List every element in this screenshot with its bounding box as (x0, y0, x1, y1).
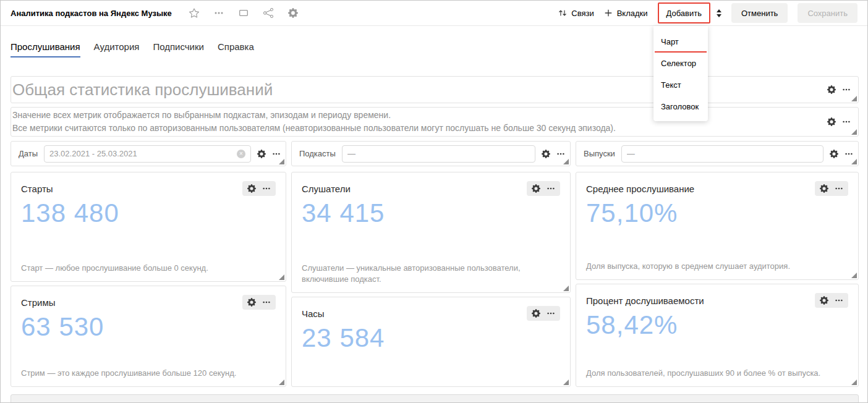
widget-actions (527, 306, 560, 321)
widget-gear-icon[interactable] (827, 85, 836, 94)
settings-gear-icon[interactable] (288, 8, 298, 18)
menu-item-title[interactable]: Заголовок (653, 96, 708, 117)
filter-dates-widget: Даты 23.02.2021 - 25.03.2021 × (11, 141, 286, 166)
resize-handle[interactable] (279, 274, 284, 280)
metric-card-completion: Процент дослушиваемости 58,42% Доля поль… (576, 284, 859, 387)
menu-item-chart[interactable]: Чарт (653, 31, 708, 53)
widget-actions (527, 181, 560, 196)
plus-icon (604, 9, 613, 17)
metric-card-streams: Стримы 63 530 Стрим — это каждое прослуш… (11, 286, 286, 387)
sort-arrows-icon (558, 9, 567, 17)
widget-menu-icon[interactable] (835, 296, 843, 305)
widget-menu-icon[interactable] (272, 150, 281, 158)
metric-title: Стримы (21, 295, 56, 308)
metric-description: Доля выпуска, которую в среднем слушает … (586, 261, 848, 272)
widget-gear-icon[interactable] (257, 150, 266, 158)
metric-value: 34 415 (302, 198, 560, 228)
resize-handle[interactable] (851, 273, 857, 278)
widget-gear-icon[interactable] (820, 296, 828, 305)
menu-item-selector-label: Селектор (661, 59, 696, 68)
favorite-star-icon[interactable] (189, 8, 199, 18)
filter-episodes-widget: Выпуски — (576, 141, 859, 166)
links-button[interactable]: Связи (558, 9, 594, 18)
metric-card-listeners: Слушатели 34 415 Слушатели — уникальные … (291, 172, 571, 293)
widget-menu-icon[interactable] (547, 309, 555, 318)
tab-listens[interactable]: Прослушивания (11, 41, 80, 57)
filter-podcasts-widget: Подкасты — (291, 141, 571, 166)
podcasts-select[interactable]: — (342, 145, 535, 163)
metric-value: 75,10% (586, 198, 848, 228)
widget-menu-icon[interactable] (262, 184, 271, 193)
caret-down-icon (717, 14, 721, 17)
widget-gear-icon[interactable] (247, 184, 256, 193)
tab-subscribers[interactable]: Подписчики (153, 41, 204, 57)
widget-actions (827, 117, 851, 126)
metric-description: Слушатели — уникальные авторизованные по… (302, 263, 560, 285)
widget-gear-icon[interactable] (532, 309, 540, 318)
caret-up-icon (717, 9, 721, 12)
resize-handle[interactable] (279, 380, 284, 385)
metric-value: 23 584 (302, 323, 560, 353)
widget-menu-icon[interactable] (547, 184, 555, 193)
podcasts-select-value: — (347, 149, 530, 158)
resize-handle[interactable] (851, 96, 857, 101)
metric-value: 138 480 (21, 198, 276, 228)
tab-help[interactable]: Справка (218, 41, 254, 57)
dashboard-title: Аналитика подкастов на Яндекс Музыке (11, 9, 172, 18)
widget-actions (242, 295, 276, 310)
save-button[interactable]: Сохранить (798, 3, 857, 23)
widget-actions (815, 181, 848, 196)
widget-actions (542, 150, 565, 158)
menu-item-text[interactable]: Текст (653, 74, 708, 96)
widget-actions (815, 293, 848, 308)
resize-handle[interactable] (851, 129, 857, 135)
widget-menu-icon[interactable] (845, 150, 853, 158)
tab-audience[interactable]: Аудитория (94, 41, 140, 57)
widget-menu-icon[interactable] (556, 150, 565, 158)
add-dropdown-toggle[interactable] (717, 9, 721, 17)
metric-title: Часы (302, 306, 325, 319)
widget-actions (257, 150, 281, 158)
widget-gear-icon[interactable] (247, 298, 256, 307)
clear-icon[interactable]: × (237, 150, 245, 158)
partial-widget (11, 394, 859, 403)
dashboard-editor: Аналитика подкастов на Яндекс Музыке Свя… (0, 0, 868, 403)
episodes-select[interactable]: — (621, 145, 823, 163)
menu-item-text-label: Текст (661, 80, 681, 90)
widget-gear-icon[interactable] (827, 117, 836, 126)
widget-gear-icon[interactable] (820, 184, 828, 193)
metric-card-starts: Старты 138 480 Старт — любое прослушиван… (11, 172, 286, 282)
metric-title: Среднее прослушивание (586, 181, 694, 194)
tabs-button[interactable]: Вкладки (604, 9, 648, 18)
resize-handle[interactable] (563, 286, 569, 291)
cancel-button[interactable]: Отменить (731, 3, 788, 23)
widget-gear-icon[interactable] (532, 184, 540, 193)
resize-handle[interactable] (563, 380, 569, 385)
widget-menu-icon[interactable] (842, 85, 851, 94)
episodes-select-value: — (627, 149, 818, 158)
metric-card-avg-listen: Среднее прослушивание 75,10% Доля выпуск… (576, 172, 859, 280)
metric-value: 58,42% (586, 310, 848, 340)
widget-actions (827, 85, 851, 94)
info-text-line2: Все метрики считаются только по авторизо… (12, 122, 827, 135)
share-icon[interactable] (263, 8, 273, 18)
menu-item-selector[interactable]: Селектор (653, 53, 708, 74)
resize-handle[interactable] (563, 159, 569, 164)
more-actions-icon[interactable] (214, 8, 224, 18)
widget-menu-icon[interactable] (835, 184, 843, 193)
add-button[interactable]: Добавить (658, 2, 710, 23)
widget-actions (242, 181, 276, 196)
widget-gear-icon[interactable] (830, 150, 838, 158)
widget-menu-icon[interactable] (842, 117, 851, 126)
toolbar-icon-group (189, 8, 298, 18)
resize-handle[interactable] (851, 159, 857, 164)
layout-icon[interactable] (239, 8, 249, 18)
widget-menu-icon[interactable] (262, 298, 271, 307)
add-dropdown-menu: Чарт Селектор Текст Заголовок (653, 26, 708, 121)
date-range-input[interactable]: 23.02.2021 - 25.03.2021 × (44, 145, 251, 163)
widget-gear-icon[interactable] (542, 150, 550, 158)
resize-handle[interactable] (851, 380, 857, 385)
toolbar-actions: Связи Вкладки Добавить Отменить Сохранит… (558, 2, 857, 23)
resize-handle[interactable] (279, 159, 284, 164)
links-button-label: Связи (571, 9, 594, 18)
